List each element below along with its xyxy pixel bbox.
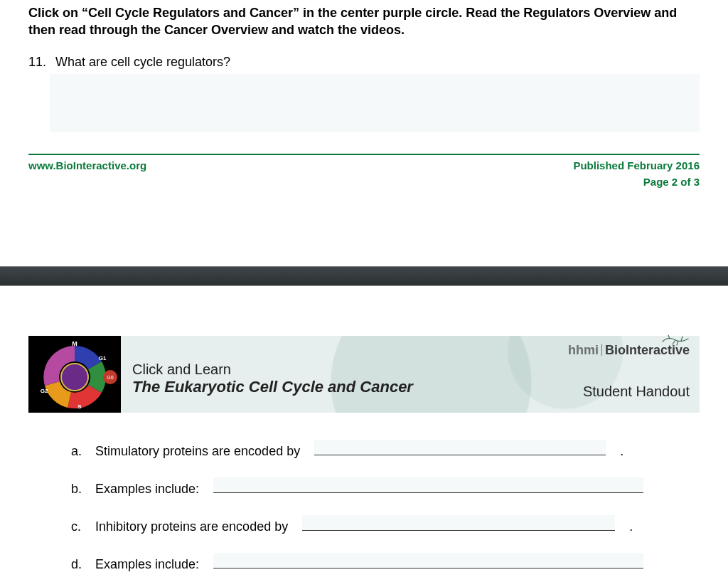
period-a: . <box>620 444 623 459</box>
footer-published: Published February 2016 <box>573 159 700 171</box>
letter-c: c. <box>71 519 85 534</box>
sub-item-a: a. Stimulatory proteins are encoded by . <box>71 440 678 459</box>
phase-s-label: S <box>77 403 82 410</box>
phase-g2-label: G2 <box>41 388 48 394</box>
question-11: 11. What are cell cycle regulators? <box>28 55 700 70</box>
sub-question-list: a. Stimulatory proteins are encoded by .… <box>28 413 700 572</box>
sub-item-c: c. Inhibitory proteins are encoded by . <box>71 515 678 534</box>
header-right: hhmiBioInteractive Student Handout <box>568 343 690 400</box>
sub-item-d: d. Examples include: <box>71 553 678 572</box>
phase-g1-label: G1 <box>99 355 107 361</box>
instruction-text: Click on “Cell Cycle Regulators and Canc… <box>28 4 700 39</box>
phase-m-label: M <box>72 340 77 347</box>
page-lower: M G1 G0 G2 S Click and Learn The Eukaryo… <box>0 286 728 587</box>
letter-b: b. <box>71 482 85 497</box>
sub-text-a: Stimulatory proteins are encoded by <box>95 444 300 459</box>
blank-b[interactable] <box>213 477 643 493</box>
letter-d: d. <box>71 557 85 572</box>
answer-field-q11[interactable] <box>50 74 700 132</box>
blank-d[interactable] <box>213 553 643 569</box>
handout-header: M G1 G0 G2 S Click and Learn The Eukaryo… <box>28 336 700 413</box>
cell-cycle-diagram-icon: M G1 G0 G2 S <box>28 336 121 413</box>
period-c: . <box>629 519 633 534</box>
sub-text-c: Inhibitory proteins are encoded by <box>95 519 288 534</box>
sub-item-b: b. Examples include: <box>71 477 678 497</box>
question-number: 11. <box>28 55 50 70</box>
sub-text-b: Examples include: <box>95 482 199 497</box>
footer-divider <box>28 154 700 155</box>
blank-c[interactable] <box>302 515 615 531</box>
letter-a: a. <box>71 444 85 459</box>
footer-url: www.BioInteractive.org <box>28 159 146 171</box>
footer-row: www.BioInteractive.org Published Februar… <box>28 159 700 171</box>
student-handout-label: Student Handout <box>568 384 690 400</box>
question-text: What are cell cycle regulators? <box>55 55 230 70</box>
page-upper: Click on “Cell Cycle Regulators and Canc… <box>0 0 728 216</box>
phase-g0-label: G0 <box>107 375 113 380</box>
header-text-block: Click and Learn The Eukaryotic Cell Cycl… <box>121 336 700 413</box>
page-break-bar <box>0 266 728 286</box>
page-number: Page 2 of 3 <box>28 176 700 188</box>
blank-a[interactable] <box>314 440 606 455</box>
sub-text-d: Examples include: <box>95 557 199 572</box>
hhmi-biointeractive-logo: hhmiBioInteractive <box>568 343 690 358</box>
